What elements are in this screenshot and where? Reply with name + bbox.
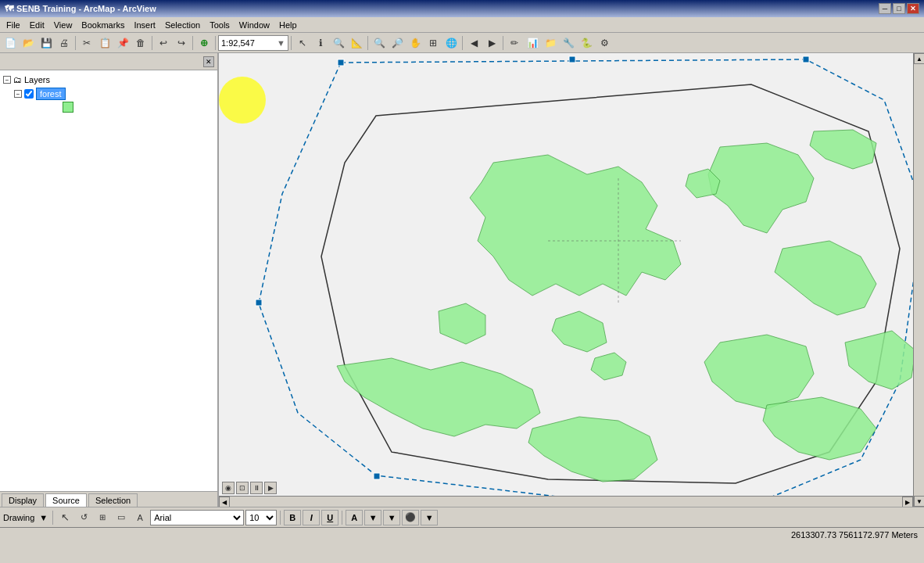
font-size-select[interactable]: 10 — [245, 510, 277, 525]
menu-item-view[interactable]: View — [49, 19, 77, 31]
tab-selection[interactable]: Selection — [88, 493, 138, 507]
sep1 — [75, 36, 76, 50]
arc-toolbox-button[interactable]: 🔧 — [560, 34, 577, 52]
main-area: ✕ − 🗂 Layers − forest Display Source — [0, 53, 924, 507]
scroll-down-arrow[interactable]: ▼ — [914, 496, 924, 507]
map-svg — [219, 53, 924, 507]
forest-checkbox[interactable] — [24, 89, 34, 99]
forest-patch-8 — [337, 358, 540, 436]
scroll-thumb-v[interactable] — [914, 64, 924, 496]
fill-color-button[interactable]: ▼ — [364, 510, 381, 525]
minimize-button[interactable]: ─ — [879, 3, 891, 14]
identify-tool[interactable]: ℹ — [312, 34, 329, 52]
maximize-button[interactable]: □ — [893, 3, 905, 14]
map-nav-buttons: ◉ ⊡ ⏸ ▶ — [222, 482, 277, 494]
zoom-out-button[interactable]: 🔎 — [389, 34, 406, 52]
menu-item-selection[interactable]: Selection — [160, 19, 205, 31]
close-button[interactable]: ✕ — [907, 3, 919, 14]
menu-item-bookmarks[interactable]: Bookmarks — [77, 19, 129, 31]
font-select[interactable]: Arial — [150, 510, 244, 525]
back-extent-button[interactable]: ◀ — [465, 34, 482, 52]
toc-header: ✕ — [0, 53, 217, 70]
map-scrollbar-horizontal[interactable]: ◀ ▶ — [219, 496, 913, 507]
save-button[interactable]: 💾 — [38, 34, 55, 52]
tab-display[interactable]: Display — [2, 493, 44, 507]
globe-button[interactable]: ▶ — [264, 482, 277, 494]
cut-button[interactable]: ✂ — [78, 34, 95, 52]
copy-button[interactable]: 📋 — [96, 34, 113, 52]
layers-expand[interactable]: − — [3, 76, 11, 84]
open-button[interactable]: 📂 — [20, 34, 37, 52]
drawing-label: Drawing — [3, 513, 34, 522]
rectangle-tool[interactable]: ▭ — [113, 509, 130, 526]
bold-button[interactable]: B — [284, 510, 301, 525]
forest-layer-name[interactable]: forest — [36, 88, 66, 100]
text-tool[interactable]: A — [131, 509, 149, 526]
model-builder-button[interactable]: ⚙ — [596, 34, 613, 52]
redo-button[interactable]: ↪ — [173, 34, 190, 52]
page-layout-button[interactable]: ⊡ — [236, 482, 249, 494]
pause-button[interactable]: ⏸ — [250, 482, 263, 494]
catalog-button[interactable]: 📁 — [542, 34, 559, 52]
layers-label: Layers — [24, 75, 50, 84]
sep6 — [367, 36, 368, 50]
underline-button[interactable]: U — [321, 510, 338, 525]
arrow-select-tool[interactable]: ↖ — [56, 509, 73, 526]
delete-button[interactable]: 🗑 — [132, 34, 149, 52]
group-tool[interactable]: ⊞ — [94, 509, 111, 526]
find-tool[interactable]: 🔍 — [330, 34, 347, 52]
forest-patch-5 — [704, 335, 814, 409]
tab-source[interactable]: Source — [45, 493, 87, 507]
handle-top-right — [803, 56, 809, 63]
map-area[interactable]: ▲ ▼ ◀ ▶ ◉ ⊡ ⏸ ▶ — [219, 53, 924, 507]
menu-item-help[interactable]: Help — [274, 19, 302, 31]
rotate-tool[interactable]: ↺ — [75, 509, 92, 526]
scroll-right-arrow[interactable]: ▶ — [902, 497, 913, 507]
sep3 — [192, 36, 193, 50]
toc-close-button[interactable]: ✕ — [203, 56, 214, 67]
handle-bot-left — [374, 473, 380, 479]
menu-item-tools[interactable]: Tools — [205, 19, 235, 31]
zoom-in-button[interactable]: 🔍 — [371, 34, 388, 52]
forest-symbol — [63, 102, 73, 113]
zoom-full-button[interactable]: ⊞ — [424, 34, 442, 52]
font-color-button[interactable]: A — [346, 510, 363, 525]
attr-table-button[interactable]: 📊 — [524, 34, 541, 52]
forest-layer-row: − forest — [3, 86, 214, 102]
handle-top-center — [569, 56, 575, 63]
map-scrollbar-vertical[interactable]: ▲ ▼ — [913, 53, 924, 507]
scroll-up-arrow[interactable]: ▲ — [914, 53, 924, 64]
new-button[interactable]: 📄 — [2, 34, 19, 52]
pan-button[interactable]: ✋ — [406, 34, 424, 52]
forest-patch-10 — [552, 311, 607, 352]
sep4 — [215, 36, 216, 50]
scale-input[interactable]: 1:92,547 ▼ — [218, 35, 288, 51]
marker-color-button[interactable]: ⚫ — [402, 510, 419, 525]
scroll-left-arrow[interactable]: ◀ — [219, 497, 230, 507]
window-controls[interactable]: ─ □ ✕ — [879, 3, 919, 14]
forest-expand[interactable]: − — [14, 90, 22, 98]
title-bar: 🗺 SENB Training - ArcMap - ArcView ─ □ ✕ — [0, 0, 924, 17]
zoom-extent-button[interactable]: 🌐 — [442, 34, 460, 52]
layers-icon: 🗂 — [13, 75, 22, 84]
menu-item-edit[interactable]: Edit — [25, 19, 49, 31]
menu-item-window[interactable]: Window — [235, 19, 274, 31]
forward-extent-button[interactable]: ▶ — [483, 34, 500, 52]
menu-item-insert[interactable]: Insert — [129, 19, 160, 31]
measure-tool[interactable]: 📐 — [348, 34, 365, 52]
select-tool[interactable]: ↖ — [294, 34, 311, 52]
shadow-button[interactable]: ▼ — [421, 510, 438, 525]
italic-button[interactable]: I — [303, 510, 320, 525]
menu-item-file[interactable]: File — [2, 19, 25, 31]
overview-button[interactable]: ◉ — [222, 482, 235, 494]
paste-button[interactable]: 📌 — [114, 34, 131, 52]
forest-patch-1 — [470, 155, 681, 296]
print-button[interactable]: 🖨 — [56, 34, 73, 52]
draw-sep3 — [342, 511, 342, 525]
add-data-button[interactable]: ⊕ — [195, 34, 213, 52]
scroll-thumb-h[interactable] — [230, 497, 902, 507]
undo-button[interactable]: ↩ — [155, 34, 172, 52]
editor-button[interactable]: ✏ — [506, 34, 523, 52]
python-button[interactable]: 🐍 — [578, 34, 595, 52]
line-color-button[interactable]: ▼ — [383, 510, 400, 525]
